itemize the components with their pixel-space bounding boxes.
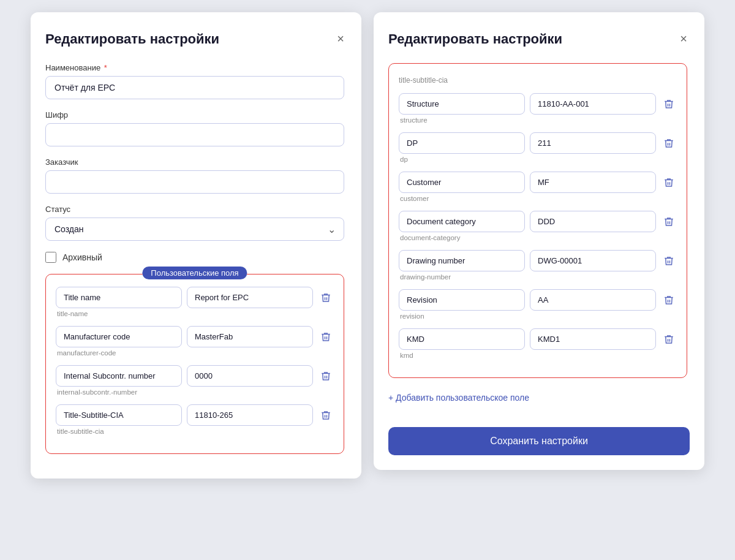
- custom-field-row-4: title-subtitle-cia: [56, 404, 334, 435]
- right-field-structure-key[interactable]: [399, 93, 525, 115]
- add-custom-field-button[interactable]: + Добавить пользовательское поле: [388, 388, 529, 407]
- trash-icon: [663, 295, 674, 306]
- name-field-group: Наименование *: [45, 63, 344, 99]
- archive-checkbox[interactable]: [45, 252, 56, 263]
- right-field-row-structure: structure: [399, 93, 677, 124]
- custom-field-1-delete-button[interactable]: [318, 290, 334, 306]
- right-field-customer-delete-button[interactable]: [661, 175, 677, 191]
- right-modal-title: Редактировать настройки: [388, 31, 562, 47]
- left-modal-body: Наименование * Шифр Заказчик Статус Созд…: [45, 63, 347, 464]
- trash-icon: [320, 292, 331, 303]
- right-modal: Редактировать настройки × title-subtitle…: [374, 12, 704, 470]
- cipher-label: Шифр: [45, 110, 344, 119]
- custom-fields-badge: Пользовательские поля: [142, 267, 247, 279]
- right-field-dp-slug: dp: [399, 156, 677, 163]
- status-label: Статус: [45, 205, 344, 214]
- name-input[interactable]: [45, 76, 344, 99]
- right-modal-close-button[interactable]: ×: [677, 29, 690, 48]
- trash-icon: [663, 255, 674, 267]
- custom-field-3-value[interactable]: [187, 365, 313, 387]
- custom-field-3-delete-button[interactable]: [318, 368, 334, 384]
- custom-fields-section: Пользовательские поля title-name: [45, 274, 344, 454]
- custom-field-3-key[interactable]: [56, 365, 182, 387]
- right-field-row-revision: revision: [399, 289, 677, 320]
- right-modal-footer: Сохранить настройки: [388, 420, 690, 455]
- custom-field-4-value[interactable]: [187, 404, 313, 426]
- custom-field-2-delete-button[interactable]: [318, 329, 334, 345]
- custom-field-4-key[interactable]: [56, 404, 182, 426]
- cipher-input[interactable]: [45, 123, 344, 146]
- right-field-drawing-number-slug: drawing-number: [399, 273, 677, 281]
- trash-icon: [320, 371, 331, 382]
- status-select-wrapper: Создан Активный Завершён ⌄: [45, 218, 344, 241]
- right-field-revision-slug: revision: [399, 312, 677, 320]
- trash-icon: [663, 138, 674, 149]
- right-modal-body: title-subtitle-cia structure: [388, 63, 690, 420]
- right-field-dp-key[interactable]: [399, 132, 525, 154]
- right-field-drawing-number-value[interactable]: [530, 250, 656, 271]
- status-select[interactable]: Создан Активный Завершён: [45, 218, 344, 241]
- right-field-revision-delete-button[interactable]: [661, 292, 677, 308]
- right-modal-header: Редактировать настройки ×: [388, 29, 690, 48]
- trash-icon: [663, 334, 674, 345]
- right-field-doc-category-value[interactable]: [530, 211, 656, 232]
- right-field-customer-key[interactable]: [399, 172, 525, 193]
- name-label: Наименование *: [45, 63, 344, 72]
- cipher-field-group: Шифр: [45, 110, 344, 146]
- status-field-group: Статус Создан Активный Завершён ⌄: [45, 205, 344, 241]
- customer-label: Заказчик: [45, 157, 344, 167]
- right-field-drawing-number-key[interactable]: [399, 250, 525, 271]
- custom-field-row-1: title-name: [56, 287, 334, 317]
- right-field-doc-category-key[interactable]: [399, 211, 525, 232]
- archive-label[interactable]: Архивный: [62, 252, 102, 262]
- custom-field-3-slug: internal-subcontr.-number: [56, 388, 334, 396]
- save-settings-button[interactable]: Сохранить настройки: [388, 427, 690, 455]
- custom-field-1-key[interactable]: [56, 287, 182, 308]
- right-custom-fields-section: title-subtitle-cia structure: [388, 63, 687, 378]
- custom-field-4-delete-button[interactable]: [318, 407, 334, 423]
- right-field-structure-slug: structure: [399, 116, 677, 124]
- right-field-customer-slug: customer: [399, 195, 677, 202]
- archive-row: Архивный: [45, 252, 344, 263]
- required-star: *: [104, 63, 107, 72]
- right-field-structure-value[interactable]: [530, 93, 656, 115]
- custom-field-2-key[interactable]: [56, 326, 182, 347]
- trash-icon: [320, 331, 331, 342]
- right-field-row-drawing-number: drawing-number: [399, 250, 677, 281]
- customer-field-group: Заказчик: [45, 157, 344, 194]
- trash-icon: [663, 177, 674, 188]
- right-field-structure-delete-button[interactable]: [661, 96, 677, 112]
- custom-field-2-value[interactable]: [187, 326, 313, 347]
- right-field-kmd-delete-button[interactable]: [661, 331, 677, 347]
- trash-icon: [320, 410, 331, 421]
- custom-field-4-slug: title-subtitle-cia: [56, 428, 334, 435]
- right-field-dp-value[interactable]: [530, 132, 656, 154]
- right-field-revision-key[interactable]: [399, 289, 525, 311]
- right-field-customer-value[interactable]: [530, 172, 656, 193]
- trash-icon: [663, 216, 674, 227]
- right-section-badge: title-subtitle-cia: [399, 76, 677, 85]
- left-modal-title: Редактировать настройки: [45, 31, 219, 47]
- custom-field-1-slug: title-name: [56, 310, 334, 317]
- right-field-doc-category-delete-button[interactable]: [661, 214, 677, 230]
- right-field-kmd-value[interactable]: [530, 328, 656, 350]
- left-modal: Редактировать настройки × Наименование *…: [31, 12, 361, 479]
- right-field-row-document-category: document-category: [399, 211, 677, 241]
- right-field-revision-value[interactable]: [530, 289, 656, 311]
- right-field-drawing-number-delete-button[interactable]: [661, 253, 677, 269]
- custom-field-2-slug: manufacturer-code: [56, 349, 334, 357]
- right-field-dp-delete-button[interactable]: [661, 135, 677, 151]
- left-modal-close-button[interactable]: ×: [334, 29, 347, 48]
- right-field-kmd-slug: kmd: [399, 352, 677, 359]
- customer-input[interactable]: [45, 170, 344, 194]
- left-modal-header: Редактировать настройки ×: [45, 29, 347, 48]
- right-field-row-dp: dp: [399, 132, 677, 163]
- trash-icon: [663, 99, 674, 110]
- right-field-row-customer: customer: [399, 172, 677, 202]
- right-field-kmd-key[interactable]: [399, 328, 525, 350]
- custom-field-row-3: internal-subcontr.-number: [56, 365, 334, 396]
- right-field-row-kmd: kmd: [399, 328, 677, 359]
- right-field-doc-category-slug: document-category: [399, 234, 677, 241]
- custom-field-row-2: manufacturer-code: [56, 326, 334, 357]
- custom-field-1-value[interactable]: [187, 287, 313, 308]
